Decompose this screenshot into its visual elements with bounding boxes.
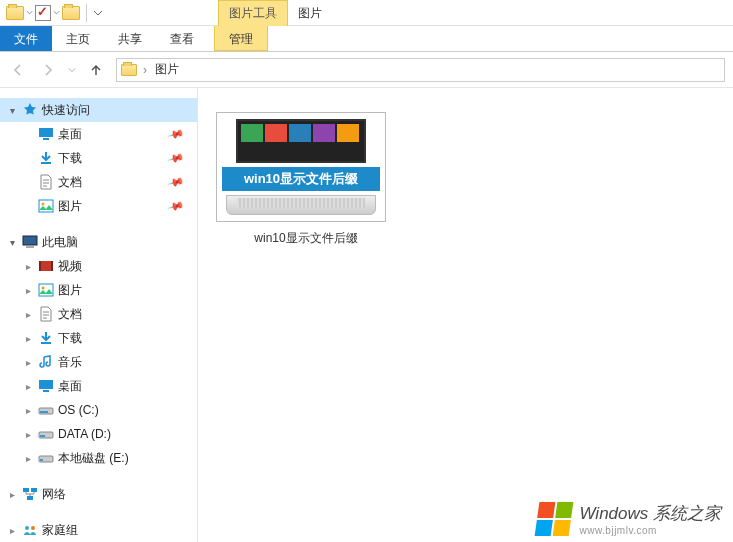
tree-item-pictures-pc[interactable]: 图片 [0,278,197,302]
svg-rect-5 [26,246,34,248]
navigation-bar: › 图片 [0,52,733,88]
folder-icon [121,64,137,76]
tree-item-downloads-pc[interactable]: 下载 [0,326,197,350]
folder-icon [62,6,80,20]
expander-icon[interactable] [22,380,34,392]
tree-item-desktop[interactable]: 桌面 📌 [0,122,197,146]
tree-item-desktop-pc[interactable]: 桌面 [0,374,197,398]
history-dropdown-icon[interactable] [68,66,76,74]
tree-label: 家庭组 [42,522,78,539]
expander-icon[interactable] [6,236,18,248]
network-icon [22,486,38,502]
file-item[interactable]: win10显示文件后缀 win10显示文件后缀 [216,112,396,247]
tree-item-drive-d[interactable]: DATA (D:) [0,422,197,446]
qat-folder[interactable] [6,6,33,20]
separator [86,4,87,22]
tree-item-videos[interactable]: 视频 [0,254,197,278]
picture-icon [38,282,54,298]
tab-view[interactable]: 查看 [156,26,208,51]
tree-item-pictures[interactable]: 图片 📌 [0,194,197,218]
watermark-title: Windows 系统之家 [579,502,721,525]
document-icon [38,174,54,190]
svg-rect-19 [23,488,29,492]
tree-item-drive-e[interactable]: 本地磁盘 (E:) [0,446,197,470]
svg-rect-18 [40,459,43,461]
expander-icon[interactable] [6,524,18,536]
expander-icon[interactable] [22,428,34,440]
svg-rect-11 [39,380,53,389]
thumbnail-banner: win10显示文件后缀 [222,167,380,191]
expander-icon[interactable] [22,404,34,416]
expander-icon[interactable] [6,104,18,116]
tree-network[interactable]: 网络 [0,482,197,506]
checkbox-icon [35,5,51,21]
qat-new-folder[interactable] [62,6,80,20]
tree-homegroup[interactable]: 家庭组 [0,518,197,542]
qat-customize-icon[interactable] [93,8,103,18]
forward-button[interactable] [38,60,58,80]
star-icon [22,102,38,118]
svg-rect-1 [43,138,49,140]
tree-item-documents[interactable]: 文档 📌 [0,170,197,194]
tree-label: 文档 [58,306,82,323]
up-button[interactable] [86,60,106,80]
tree-label: OS (C:) [58,403,99,417]
tree-label: 本地磁盘 (E:) [58,450,129,467]
tab-manage[interactable]: 管理 [214,26,268,51]
tree-label: 图片 [58,198,82,215]
tree-label: 下载 [58,150,82,167]
svg-rect-21 [27,496,33,500]
svg-rect-7 [39,261,41,271]
tree-item-documents-pc[interactable]: 文档 [0,302,197,326]
tree-label: 图片 [58,282,82,299]
svg-rect-9 [39,284,53,296]
svg-rect-8 [51,261,53,271]
content-pane[interactable]: win10显示文件后缀 win10显示文件后缀 [198,88,733,542]
chevron-down-icon [26,9,33,16]
expander-icon[interactable] [22,308,34,320]
tree-label: 文档 [58,174,82,191]
tab-share[interactable]: 共享 [104,26,156,51]
expander-icon[interactable] [22,260,34,272]
svg-rect-0 [39,128,53,137]
pin-icon: 📌 [167,173,186,191]
navigation-pane: 快速访问 桌面 📌 下载 📌 文档 📌 图片 📌 [0,88,198,542]
svg-rect-2 [39,200,53,212]
tree-label: 桌面 [58,126,82,143]
pin-icon: 📌 [167,149,186,167]
video-icon [38,258,54,274]
title-bar: 图片工具 图片 [0,0,733,26]
breadcrumb-item[interactable]: 图片 [153,61,181,78]
drive-icon [38,402,54,418]
expander-icon[interactable] [6,488,18,500]
tree-item-downloads[interactable]: 下载 📌 [0,146,197,170]
svg-point-10 [42,287,45,290]
tree-this-pc[interactable]: 此电脑 [0,230,197,254]
tree-item-music[interactable]: 音乐 [0,350,197,374]
download-icon [38,330,54,346]
contextual-tab-header: 图片工具 [218,0,288,26]
svg-rect-16 [40,435,45,437]
tab-file[interactable]: 文件 [0,26,52,51]
desktop-icon [38,126,54,142]
desktop-icon [38,378,54,394]
expander-icon[interactable] [22,452,34,464]
tree-quick-access[interactable]: 快速访问 [0,98,197,122]
document-icon [38,306,54,322]
pc-icon [22,234,38,250]
file-label: win10显示文件后缀 [216,230,396,247]
drive-icon [38,426,54,442]
expander-icon[interactable] [22,356,34,368]
expander-icon[interactable] [22,332,34,344]
windows-logo-icon [535,502,574,536]
arrow-right-icon [40,62,56,78]
expander-icon[interactable] [22,284,34,296]
address-bar[interactable]: › 图片 [116,58,725,82]
tree-item-drive-c[interactable]: OS (C:) [0,398,197,422]
download-icon [38,150,54,166]
picture-icon [38,198,54,214]
back-button[interactable] [8,60,28,80]
drive-icon [38,450,54,466]
tab-home[interactable]: 主页 [52,26,104,51]
qat-properties[interactable] [35,5,60,21]
